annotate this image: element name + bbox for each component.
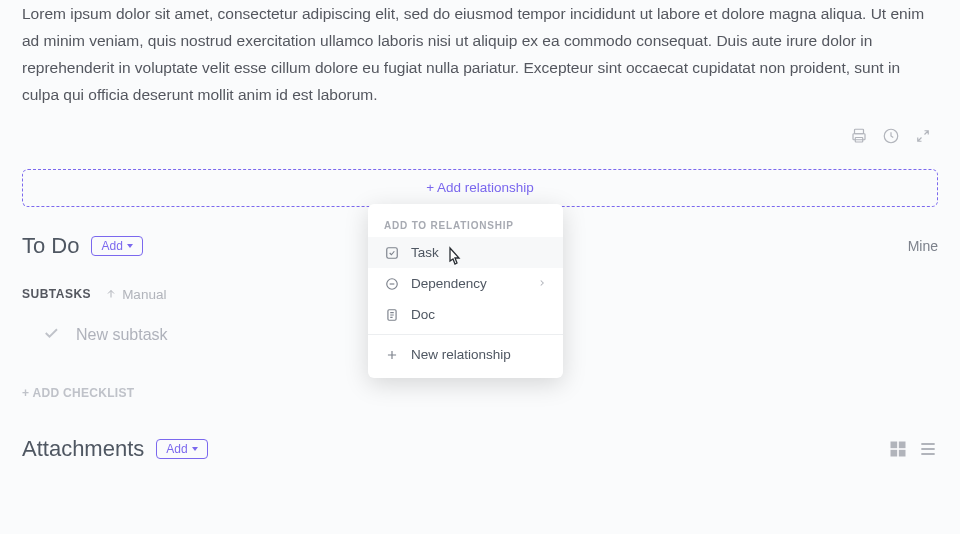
mine-filter[interactable]: Mine [908, 238, 938, 254]
svg-rect-7 [891, 441, 898, 448]
add-relationship-label: + Add relationship [426, 180, 534, 195]
svg-rect-8 [899, 441, 906, 448]
sort-label: Manual [122, 287, 166, 302]
svg-rect-10 [899, 449, 906, 456]
svg-rect-4 [387, 247, 398, 258]
popover-item-label: Dependency [411, 276, 487, 291]
popover-divider [368, 334, 563, 335]
doc-icon [384, 308, 400, 322]
todo-add-button[interactable]: Add [91, 236, 142, 256]
svg-rect-9 [891, 449, 898, 456]
description-action-row [22, 127, 938, 145]
popover-item-doc[interactable]: Doc [368, 299, 563, 330]
add-checklist-button[interactable]: + ADD CHECKLIST [22, 386, 938, 400]
popover-title: ADD TO RELATIONSHIP [368, 212, 563, 237]
svg-rect-0 [855, 129, 864, 134]
add-label: Add [166, 442, 187, 456]
todo-title: To Do [22, 233, 79, 259]
relationship-popover: ADD TO RELATIONSHIP Task Dependency Doc … [368, 204, 563, 378]
plus-icon [384, 348, 400, 362]
attachments-section-header: Attachments Add [22, 436, 938, 462]
popover-item-new-relationship[interactable]: New relationship [368, 339, 563, 370]
add-relationship-button[interactable]: + Add relationship [22, 169, 938, 207]
popover-item-label: Task [411, 245, 439, 260]
popover-item-dependency[interactable]: Dependency [368, 268, 563, 299]
subtasks-label: SUBTASKS [22, 287, 91, 301]
new-subtask-placeholder: New subtask [76, 326, 168, 344]
add-label: Add [101, 239, 122, 253]
expand-icon[interactable] [914, 127, 932, 145]
task-check-icon [384, 246, 400, 260]
chevron-down-icon [192, 447, 198, 451]
dependency-icon [384, 277, 400, 291]
print-icon[interactable] [850, 127, 868, 145]
popover-item-label: Doc [411, 307, 435, 322]
history-icon[interactable] [882, 127, 900, 145]
grid-view-icon[interactable] [888, 439, 908, 459]
chevron-down-icon [127, 244, 133, 248]
list-view-icon[interactable] [918, 439, 938, 459]
check-icon [42, 324, 60, 346]
popover-item-label: New relationship [411, 347, 511, 362]
task-description: Lorem ipsum dolor sit amet, consectetur … [22, 0, 938, 109]
chevron-right-icon [537, 276, 547, 291]
attachments-title: Attachments [22, 436, 144, 462]
attachments-add-button[interactable]: Add [156, 439, 207, 459]
subtasks-sort-control[interactable]: Manual [105, 287, 166, 302]
popover-item-task[interactable]: Task [368, 237, 563, 268]
